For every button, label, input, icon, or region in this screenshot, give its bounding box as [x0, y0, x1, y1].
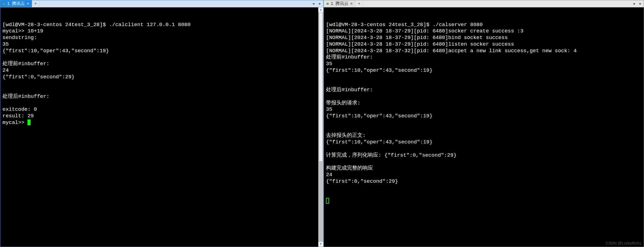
tab-add-button[interactable]: + [32, 0, 39, 7]
tab-add-button[interactable]: + [356, 0, 363, 7]
tab-nav: ◀ ▶ [631, 0, 644, 7]
terminal-left[interactable]: [wdl@VM-28-3-centos 24test_3_28]$ ./calc… [0, 7, 323, 247]
scroll-down-button[interactable]: ▼ [318, 242, 323, 247]
scrollbar[interactable]: ▲ ▼ [318, 7, 323, 247]
scroll-thumb[interactable] [319, 12, 323, 162]
tab-title: 腾讯云 [12, 1, 25, 7]
cursor [326, 198, 329, 204]
cursor [27, 120, 31, 125]
scroll-track[interactable] [318, 12, 323, 242]
status-dot-icon [327, 3, 329, 5]
tab-nav: ◀ ▶ [310, 0, 323, 7]
tabbar-right: 1 腾讯云 × + ◀ ▶ [324, 0, 644, 7]
status-dot-icon [3, 3, 5, 5]
left-pane: 1 腾讯云 × + ◀ ▶ [wdl@VM-28-3-centos 24test… [0, 0, 324, 247]
tab-left-1[interactable]: 1 腾讯云 × [0, 0, 32, 7]
right-pane: 1 腾讯云 × + ◀ ▶ [wdl@VM-28-3-centos 24test… [324, 0, 644, 247]
tab-close-icon[interactable]: × [350, 2, 353, 6]
terminal-right[interactable]: [wdl@VM-28-3-centos 24test_3_28]$ ./cals… [324, 7, 644, 247]
tab-prev-button[interactable]: ◀ [631, 0, 637, 7]
tab-title: 腾讯云 [335, 1, 349, 7]
tab-close-icon[interactable]: × [27, 2, 29, 6]
terminal-output: [wdl@VM-28-3-centos 24test_3_28]$ ./calc… [2, 22, 318, 126]
terminal-output: [wdl@VM-28-3-centos 24test_3_28]$ ./cals… [326, 22, 642, 204]
tab-next-button[interactable]: ▶ [317, 0, 323, 7]
tab-right-1[interactable]: 1 腾讯云 × [324, 0, 356, 7]
tab-next-button[interactable]: ▶ [637, 0, 644, 7]
watermark: CSDN @LuckyRich1 [606, 241, 642, 246]
tab-prev-button[interactable]: ◀ [310, 0, 317, 7]
tab-index: 1 [331, 1, 333, 6]
tabbar-left: 1 腾讯云 × + ◀ ▶ [0, 0, 323, 7]
scroll-up-button[interactable]: ▲ [318, 7, 323, 12]
tab-index: 1 [7, 1, 10, 6]
